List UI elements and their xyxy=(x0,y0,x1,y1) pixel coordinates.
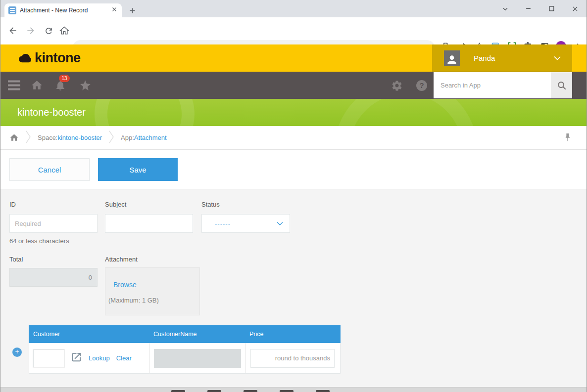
user-chevron-down-icon xyxy=(553,54,561,63)
id-label: ID xyxy=(9,201,16,208)
notification-bell-icon[interactable]: 13 xyxy=(52,72,69,99)
space-title: kintone-booster xyxy=(17,107,86,118)
subject-input[interactable] xyxy=(105,214,193,233)
reload-icon[interactable] xyxy=(42,24,55,37)
tab-close-icon[interactable] xyxy=(111,6,118,15)
breadcrumb-space-link[interactable]: kintone-booster xyxy=(57,134,102,141)
id-hint: 64 or less characters xyxy=(9,237,69,245)
sub-table-header: Customer CustomerName Price xyxy=(29,325,341,343)
space-banner[interactable]: kintone-booster xyxy=(0,99,587,126)
search-icon xyxy=(556,80,567,91)
hamburger-menu-icon[interactable] xyxy=(6,72,21,99)
add-row-button[interactable]: + xyxy=(12,348,22,357)
browser-tab[interactable]: Attachment - New Record xyxy=(4,3,122,17)
clear-link[interactable]: Clear xyxy=(116,354,132,362)
settings-gear-icon[interactable] xyxy=(390,72,404,99)
status-chevron-down-icon xyxy=(276,219,284,228)
table-row: Lookup Clear xyxy=(29,343,341,374)
horizontal-scrollbar[interactable] xyxy=(0,387,587,392)
total-label: Total xyxy=(9,256,23,263)
nav-home-icon[interactable] xyxy=(29,72,44,99)
column-header-customer: Customer xyxy=(29,325,149,343)
pin-icon[interactable] xyxy=(564,133,572,143)
status-value: ------ xyxy=(215,220,276,227)
breadcrumb-space-label: Space: xyxy=(38,134,57,141)
browser-window: Attachment - New Record xyxy=(0,0,587,392)
new-tab-button[interactable] xyxy=(126,4,138,16)
breadcrumb-chevron-icon xyxy=(26,131,31,145)
user-avatar xyxy=(444,50,460,66)
customername-readonly-field xyxy=(154,349,241,368)
lookup-link[interactable]: Lookup xyxy=(89,354,110,362)
app-search-input[interactable] xyxy=(434,72,551,98)
favorites-star-icon[interactable] xyxy=(77,72,94,99)
price-cell xyxy=(245,343,340,373)
column-header-price: Price xyxy=(245,325,341,343)
close-button[interactable] xyxy=(563,0,587,17)
record-action-bar: Cancel Save xyxy=(0,150,587,189)
column-header-customername: CustomerName xyxy=(149,325,245,343)
external-link-icon[interactable] xyxy=(71,351,82,365)
breadcrumb-home-icon[interactable] xyxy=(9,133,19,142)
record-form: ID Subject Status ------ 64 or less char… xyxy=(0,189,587,387)
window-controls xyxy=(493,0,587,17)
breadcrumb-chevron-icon xyxy=(109,131,114,145)
search-button[interactable] xyxy=(551,72,572,98)
forward-icon[interactable] xyxy=(24,24,37,37)
notification-badge: 13 xyxy=(59,75,70,82)
browser-toolbar: pandafirm.cybozu.com/k/1871/edit xyxy=(0,17,587,44)
user-name: Panda xyxy=(474,54,553,62)
price-input[interactable] xyxy=(250,349,335,368)
customer-cell: Lookup Clear xyxy=(29,343,149,373)
breadcrumb-app-link[interactable]: Attachment xyxy=(134,134,167,141)
attachment-max-size: (Maximum: 1 GB) xyxy=(108,297,159,304)
minimize-button[interactable] xyxy=(517,0,540,17)
home-icon[interactable] xyxy=(58,24,71,37)
tab-search-icon[interactable] xyxy=(493,0,517,17)
browse-link[interactable]: Browse xyxy=(113,281,137,289)
customer-input[interactable] xyxy=(33,349,64,367)
customername-cell xyxy=(149,343,245,373)
save-button[interactable]: Save xyxy=(98,158,178,181)
status-dropdown[interactable]: ------ xyxy=(201,214,290,233)
attachment-label: Attachment xyxy=(105,256,138,263)
status-label: Status xyxy=(201,201,220,208)
kintone-header: kintone Panda xyxy=(0,44,587,72)
user-menu[interactable]: Panda xyxy=(432,44,572,72)
kintone-favicon xyxy=(8,6,16,14)
sub-table: Customer CustomerName Price Lookup Clear xyxy=(29,325,341,374)
kintone-cloud-icon xyxy=(17,52,33,65)
kintone-logo[interactable]: kintone xyxy=(17,44,81,72)
id-input[interactable] xyxy=(9,214,98,233)
help-icon[interactable]: ? xyxy=(414,72,429,99)
browser-titlebar: Attachment - New Record xyxy=(0,0,587,17)
attachment-dropzone[interactable]: Browse (Maximum: 1 GB) xyxy=(105,267,200,315)
subject-label: Subject xyxy=(105,201,126,208)
tab-title: Attachment - New Record xyxy=(20,7,107,14)
cancel-button[interactable]: Cancel xyxy=(9,158,90,181)
total-readonly-field: 0 xyxy=(9,268,98,287)
kintone-navbar: 13 ? xyxy=(0,72,587,99)
breadcrumb: Space: kintone-booster App: Attachment xyxy=(0,126,587,150)
breadcrumb-app-label: App: xyxy=(121,134,134,141)
maximize-button[interactable] xyxy=(540,0,563,17)
kintone-logo-text: kintone xyxy=(35,50,81,66)
back-icon[interactable] xyxy=(6,24,19,37)
app-search xyxy=(434,72,572,98)
